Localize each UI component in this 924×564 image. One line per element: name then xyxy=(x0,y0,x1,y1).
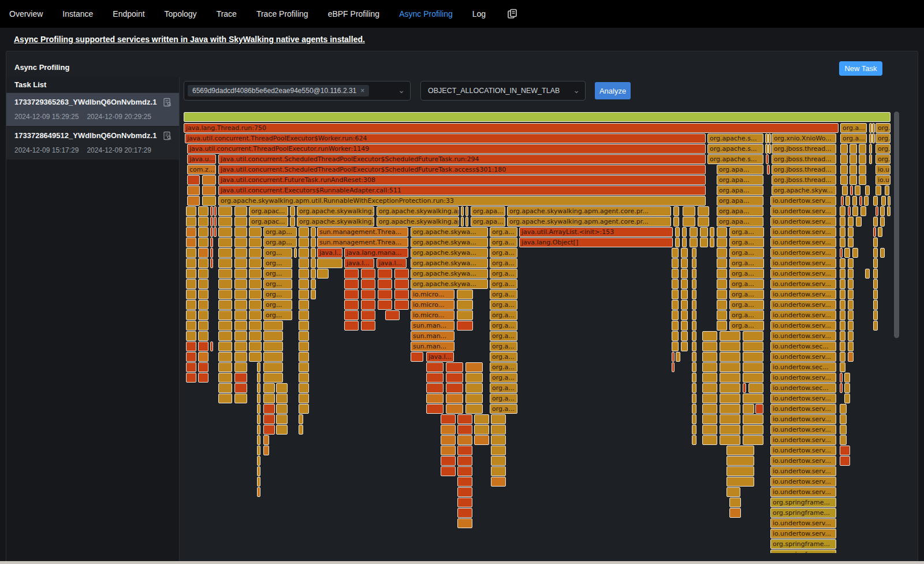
flame-frame[interactable] xyxy=(457,425,472,435)
flame-frame[interactable] xyxy=(840,310,845,320)
flame-frame[interactable]: java.util.concurrent.ThreadPoolExecutor$… xyxy=(185,133,706,143)
flame-frame[interactable] xyxy=(673,217,679,227)
flame-frame[interactable] xyxy=(474,414,489,424)
flame-frame[interactable] xyxy=(184,112,891,122)
flame-frame[interactable] xyxy=(692,310,696,320)
flame-frame[interactable]: org.apac... xyxy=(249,217,288,227)
flame-frame[interactable] xyxy=(692,352,696,362)
flame-frame[interactable] xyxy=(681,321,688,331)
flame-frame[interactable] xyxy=(873,217,878,227)
flame-frame[interactable] xyxy=(441,446,456,455)
flame-frame[interactable] xyxy=(840,290,845,299)
flame-frame[interactable] xyxy=(702,331,717,341)
flame-frame[interactable] xyxy=(873,238,878,247)
flame-frame[interactable] xyxy=(692,248,696,258)
flame-frame[interactable] xyxy=(198,279,208,289)
flame-frame[interactable]: org.xn... xyxy=(875,123,891,133)
flame-frame[interactable] xyxy=(692,394,696,403)
flame-frame[interactable] xyxy=(276,414,288,424)
task-detail-icon[interactable] xyxy=(163,131,172,143)
flame-frame[interactable]: io.undertow.serv... xyxy=(770,217,836,227)
flame-frame[interactable] xyxy=(186,248,196,258)
flame-frame[interactable] xyxy=(257,446,260,455)
flame-frame[interactable] xyxy=(249,352,262,362)
flame-frame[interactable]: org.apa... xyxy=(471,206,505,216)
flame-frame[interactable] xyxy=(299,394,309,403)
flame-frame[interactable]: org.jboss.thread... xyxy=(772,165,836,175)
flame-frame[interactable] xyxy=(860,206,866,216)
flame-frame[interactable] xyxy=(465,404,483,414)
flame-frame[interactable] xyxy=(702,404,717,414)
flame-frame[interactable] xyxy=(672,352,675,362)
flame-frame[interactable]: org.a... xyxy=(729,321,764,331)
flame-frame[interactable]: io.micro... xyxy=(411,290,454,299)
flame-frame[interactable]: io.undertow.serv... xyxy=(770,258,836,268)
flame-frame[interactable]: java.lang.Thread.run:750 xyxy=(184,123,839,133)
flame-frame[interactable]: org.apache.skywa... xyxy=(411,279,488,289)
flame-frame[interactable] xyxy=(491,456,506,466)
flame-frame[interactable]: org.a... xyxy=(490,342,517,351)
flame-frame[interactable] xyxy=(378,300,392,310)
flame-frame[interactable] xyxy=(698,206,709,216)
flame-frame[interactable] xyxy=(218,227,232,237)
flame-frame[interactable]: org.apa... xyxy=(471,217,505,227)
flame-frame[interactable]: org.apache.skywa... xyxy=(411,227,488,237)
flame-frame[interactable] xyxy=(317,258,342,268)
flame-frame[interactable] xyxy=(682,227,687,237)
flame-frame[interactable] xyxy=(717,279,727,289)
flame-frame[interactable]: java.l... xyxy=(344,258,374,268)
flame-frame[interactable] xyxy=(299,425,303,435)
flame-frame[interactable] xyxy=(198,352,208,362)
flame-frame[interactable] xyxy=(457,456,472,466)
flame-frame[interactable] xyxy=(394,269,409,279)
flame-frame[interactable] xyxy=(290,217,295,227)
flame-frame[interactable] xyxy=(681,258,688,268)
flame-frame[interactable] xyxy=(767,165,770,175)
flame-frame[interactable] xyxy=(720,373,740,383)
flame-frame[interactable] xyxy=(887,206,891,216)
flame-frame[interactable] xyxy=(681,331,688,341)
flame-frame[interactable]: io.undertow.serv... xyxy=(770,290,836,299)
flame-frame[interactable] xyxy=(726,477,754,487)
flame-frame[interactable]: io.undertow.serv... xyxy=(770,300,836,310)
flame-frame[interactable] xyxy=(720,342,740,351)
flame-frame[interactable] xyxy=(218,290,232,299)
flame-frame[interactable] xyxy=(491,414,506,424)
flame-frame[interactable]: org.a... xyxy=(729,290,764,299)
flame-frame[interactable] xyxy=(257,487,260,497)
flame-frame[interactable] xyxy=(848,227,854,237)
flame-frame[interactable] xyxy=(299,238,309,247)
flame-frame[interactable] xyxy=(743,383,746,393)
flame-frame[interactable] xyxy=(673,206,679,216)
flame-graph[interactable]: java.lang.Thread.run:750org.a...org.xn..… xyxy=(184,110,891,553)
flame-frame[interactable]: org.a... xyxy=(729,258,764,268)
flame-frame[interactable] xyxy=(276,425,288,435)
flame-frame[interactable] xyxy=(672,290,679,299)
flame-frame[interactable] xyxy=(257,456,260,466)
flame-frame[interactable]: io.undertow.serv... xyxy=(770,206,836,216)
flame-frame[interactable] xyxy=(198,321,208,331)
flame-frame[interactable] xyxy=(426,362,444,372)
flame-frame[interactable] xyxy=(491,425,506,435)
flame-frame[interactable] xyxy=(311,258,316,268)
flame-frame[interactable]: io.undertow.serv... xyxy=(770,269,836,279)
flame-frame[interactable] xyxy=(317,269,329,279)
flame-frame[interactable] xyxy=(840,144,848,154)
nav-tab-instance[interactable]: Instance xyxy=(62,9,93,18)
flame-frame[interactable] xyxy=(218,383,232,393)
flame-frame[interactable] xyxy=(263,425,275,435)
flame-frame[interactable] xyxy=(218,331,232,341)
flame-frame[interactable] xyxy=(840,446,850,455)
flame-frame[interactable] xyxy=(198,248,208,258)
flame-frame[interactable] xyxy=(210,206,213,216)
flame-frame[interactable]: org.a... xyxy=(490,362,517,372)
flame-frame[interactable] xyxy=(186,227,196,237)
flame-frame[interactable] xyxy=(840,383,843,393)
flame-frame[interactable] xyxy=(840,154,848,164)
flame-frame[interactable]: org.a... xyxy=(729,248,764,258)
flame-frame[interactable] xyxy=(187,175,200,185)
flame-frame[interactable]: org.a... xyxy=(490,321,517,331)
flame-frame[interactable] xyxy=(840,414,847,424)
flame-frame[interactable]: org.springframe... xyxy=(770,498,836,507)
flame-frame[interactable] xyxy=(840,175,848,185)
